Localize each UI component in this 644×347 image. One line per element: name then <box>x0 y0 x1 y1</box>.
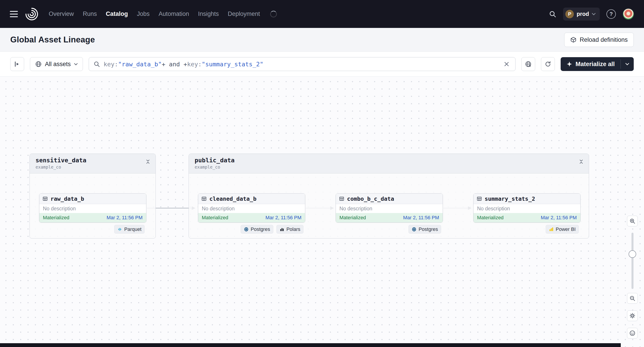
tag-row-cleaned-data-b: Postgres Polars <box>241 225 304 234</box>
zoom-out-icon <box>629 295 636 302</box>
chevron-down-icon <box>592 13 596 15</box>
user-avatar[interactable] <box>622 8 634 20</box>
group-location: example_co <box>36 165 86 169</box>
asset-node-combo-b-c-data[interactable]: combo_b_c_data No description Materializ… <box>336 193 443 223</box>
search-button[interactable] <box>549 10 556 18</box>
zoom-slider-handle[interactable] <box>628 250 636 258</box>
smiley-face-icon <box>629 330 636 336</box>
parquet-icon <box>117 227 122 232</box>
collapse-group-button[interactable] <box>578 158 584 166</box>
group-location: example_co <box>195 165 235 169</box>
table-icon <box>339 196 344 201</box>
asset-description: No description <box>474 204 580 213</box>
graph-settings-button[interactable] <box>521 57 535 71</box>
node-header: summary_stats_2 <box>474 194 580 204</box>
kind-tag-powerbi[interactable]: Power BI <box>546 225 579 234</box>
deployment-badge: P <box>565 10 574 18</box>
asset-node-raw-data-b[interactable]: raw_data_b No description Materialized M… <box>39 193 146 223</box>
asset-name: cleaned_data_b <box>210 196 256 202</box>
status-badge: Materialized <box>43 215 70 221</box>
loading-spinner-icon <box>270 11 277 17</box>
zoom-slider-track[interactable] <box>632 233 634 289</box>
group-name: sensitive_data <box>36 157 86 164</box>
search-icon <box>94 61 100 67</box>
materialization-timestamp-link[interactable]: Mar 2, 11:56 PM <box>266 215 302 221</box>
status-badge: Materialized <box>477 215 504 221</box>
materialize-options-caret[interactable] <box>621 57 634 71</box>
nav-item-overview[interactable]: Overview <box>49 10 74 17</box>
kind-tag-postgres[interactable]: Postgres <box>241 225 273 234</box>
page-title: Global Asset Lineage <box>10 35 95 44</box>
powerbi-icon <box>549 227 554 232</box>
postgres-icon <box>244 227 249 232</box>
search-query-text: key:"raw_data_b"+ and +key:"summary_stat… <box>104 61 264 68</box>
globe-lineage-icon <box>525 61 532 67</box>
materialize-all-button[interactable]: Materialize all <box>561 57 634 71</box>
kind-tag-parquet[interactable]: Parquet <box>114 225 144 234</box>
menu-button[interactable] <box>10 11 18 17</box>
asset-status-row: Materialized Mar 2, 11:56 PM <box>336 213 443 222</box>
navbar-right-cluster: P prod ? <box>549 7 634 20</box>
collapse-sidebar-button[interactable] <box>10 57 24 71</box>
panel-expand-icon <box>14 61 20 67</box>
polars-icon <box>280 227 284 232</box>
question-mark-icon: ? <box>610 11 613 17</box>
asset-description: No description <box>39 204 146 213</box>
postgres-icon <box>412 227 416 232</box>
search-icon <box>549 10 556 18</box>
table-icon <box>201 196 207 201</box>
dagster-app: Overview Runs Catalog Jobs Automation In… <box>0 0 644 347</box>
help-button[interactable]: ? <box>606 9 616 19</box>
collapse-group-button[interactable] <box>145 158 150 166</box>
materialization-timestamp-link[interactable]: Mar 2, 11:56 PM <box>541 215 577 221</box>
chevron-down-icon <box>74 63 78 65</box>
asset-status-row: Materialized Mar 2, 11:56 PM <box>474 213 580 222</box>
collapse-icon <box>146 159 150 164</box>
status-badge: Materialized <box>340 215 366 221</box>
nav-item-automation[interactable]: Automation <box>159 10 189 17</box>
gear-icon <box>629 313 636 319</box>
lineage-toolbar: All assets key:"raw_data_b"+ and +key:"s… <box>0 52 644 77</box>
feedback-button[interactable] <box>627 328 638 339</box>
asset-status-row: Materialized Mar 2, 11:56 PM <box>39 213 146 222</box>
nav-item-insights[interactable]: Insights <box>198 10 219 17</box>
nav-item-deployment[interactable]: Deployment <box>228 10 260 17</box>
nav-item-catalog[interactable]: Catalog <box>106 10 128 17</box>
asset-status-row: Materialized Mar 2, 11:56 PM <box>198 213 305 222</box>
lineage-canvas[interactable]: sensitive_data example_co public_data ex… <box>0 77 644 347</box>
zoom-in-icon <box>629 218 636 224</box>
table-icon <box>477 196 482 201</box>
refresh-button[interactable] <box>541 57 555 71</box>
materialization-timestamp-link[interactable]: Mar 2, 11:56 PM <box>403 215 439 221</box>
refresh-icon <box>544 61 551 67</box>
zoom-in-button[interactable] <box>627 216 638 226</box>
clear-search-button[interactable] <box>502 60 511 68</box>
collapse-icon <box>579 159 584 164</box>
deployment-switcher[interactable]: P prod <box>563 7 600 20</box>
close-icon <box>504 61 510 67</box>
asset-node-summary-stats-2[interactable]: summary_stats_2 No description Materiali… <box>473 193 580 223</box>
group-header: public_data example_co <box>189 154 589 173</box>
asset-name: raw_data_b <box>50 196 84 202</box>
asset-scope-dropdown[interactable]: All assets <box>30 57 83 71</box>
nav-item-jobs[interactable]: Jobs <box>137 10 150 17</box>
sparkle-icon <box>566 61 572 67</box>
reload-definitions-button[interactable]: Reload definitions <box>564 32 634 47</box>
code-location-cube-icon <box>570 37 576 43</box>
primary-nav: Overview Runs Catalog Jobs Automation In… <box>49 10 277 17</box>
zoom-out-button[interactable] <box>627 293 638 304</box>
asset-node-cleaned-data-b[interactable]: cleaned_data_b No description Materializ… <box>198 193 305 223</box>
bottom-edge-bar <box>0 343 621 347</box>
asset-description: No description <box>198 204 305 213</box>
materialization-timestamp-link[interactable]: Mar 2, 11:56 PM <box>106 215 142 221</box>
graph-settings-gear-button[interactable] <box>627 310 638 321</box>
kind-tag-postgres[interactable]: Postgres <box>408 225 441 234</box>
globe-icon <box>35 61 42 67</box>
kind-tag-polars[interactable]: Polars <box>276 225 304 234</box>
tag-row-combo-b-c-data: Postgres <box>408 225 441 234</box>
nav-item-runs[interactable]: Runs <box>83 10 97 17</box>
page-header: Global Asset Lineage Reload definitions <box>0 28 644 52</box>
chevron-down-icon <box>625 63 629 65</box>
asset-search-input[interactable]: key:"raw_data_b"+ and +key:"summary_stat… <box>89 57 516 71</box>
status-badge: Materialized <box>202 215 228 221</box>
